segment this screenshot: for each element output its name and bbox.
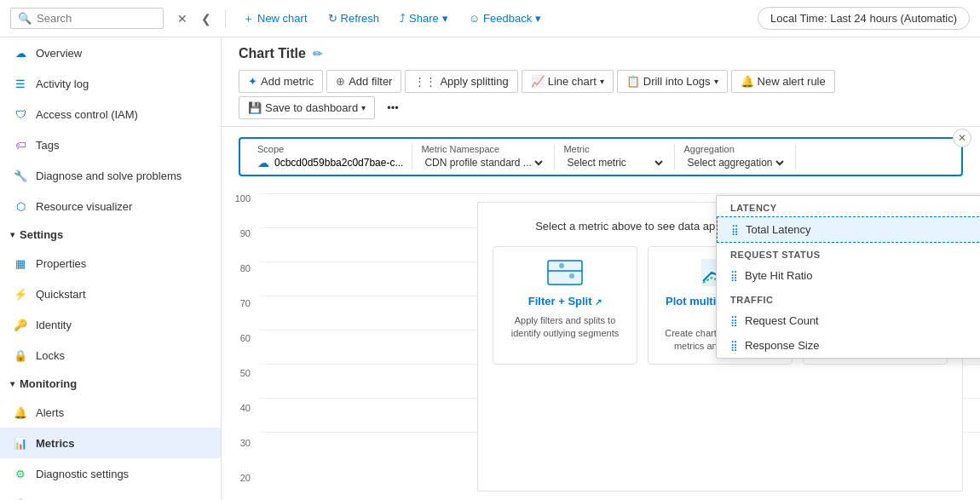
- sidebar-item-access-control[interactable]: 🛡 Access control (IAM): [0, 99, 221, 129]
- sidebar-item-metrics[interactable]: 📊 Metrics: [0, 428, 221, 458]
- y-axis-label: 100: [222, 193, 256, 204]
- aggregation-select[interactable]: Select aggregation: [683, 156, 787, 170]
- dropdown-section-header: REQUEST STATUS: [717, 243, 980, 263]
- svg-point-4: [559, 263, 564, 268]
- add-filter-button[interactable]: ⊕ Add filter: [326, 70, 401, 93]
- line-chart-chevron-icon: ▾: [600, 77, 604, 86]
- add-metric-button[interactable]: ✦ Add metric: [239, 70, 323, 93]
- svg-point-5: [569, 273, 574, 279]
- sidebar-section-settings-header[interactable]: ▾ Settings: [0, 221, 221, 248]
- sidebar-item-label: Access control (IAM): [36, 108, 138, 121]
- dropdown-metric-item[interactable]: ⣿ Request Count: [717, 308, 980, 333]
- sidebar-item-overview[interactable]: ☁ Overview: [0, 37, 221, 68]
- drill-into-logs-button[interactable]: 📋 Drill into Logs ▾: [617, 70, 728, 93]
- more-button[interactable]: •••: [378, 97, 407, 118]
- sidebar-section-monitoring-header[interactable]: ▾ Monitoring: [0, 371, 221, 397]
- info-card-link[interactable]: Filter + Split: [528, 295, 592, 307]
- chart-title: Chart Title: [239, 46, 306, 61]
- sidebar-item-diagnose[interactable]: 🔧 Diagnose and solve problems: [0, 160, 221, 191]
- sidebar-item-diagnostic[interactable]: ⚙ Diagnostic settings: [0, 458, 221, 489]
- scope-cell: Scope ☁ 0cbcd0d59bba2c0d7bae-c...: [249, 144, 412, 170]
- sidebar-item-logs[interactable]: 📋 Logs: [0, 489, 221, 500]
- shield-icon: 🛡: [14, 107, 27, 121]
- metric-item-icon: ⣿: [730, 340, 738, 352]
- sidebar-item-label: Activity log: [36, 78, 89, 90]
- divider: [225, 10, 226, 27]
- sidebar-item-label: Quickstart: [36, 288, 86, 301]
- drill-icon: 📋: [626, 75, 640, 88]
- y-axis-label: 20: [222, 473, 256, 483]
- section-chevron-icon: ▾: [10, 379, 14, 388]
- dropdown-metric-item[interactable]: ⣿ Byte Hit Ratio: [717, 263, 980, 288]
- content-area: Chart Title ✏ ✦ Add metric ⊕ Add filter …: [222, 37, 980, 500]
- metric-row: Scope ☁ 0cbcd0d59bba2c0d7bae-c... Metric…: [239, 137, 963, 176]
- search-box[interactable]: 🔍: [10, 8, 164, 29]
- remove-metric-row-button[interactable]: ✕: [953, 129, 971, 147]
- sidebar-item-quickstart[interactable]: ⚡ Quickstart: [0, 279, 221, 309]
- new-chart-button[interactable]: ＋ New chart: [236, 8, 314, 30]
- sidebar-item-alerts[interactable]: 🔔 Alerts: [0, 397, 221, 428]
- lock-icon: 🔒: [14, 348, 27, 362]
- sidebar-item-label: Diagnose and solve problems: [36, 170, 182, 182]
- info-card-filter-split[interactable]: Filter + Split ↗ Apply filters and split…: [493, 246, 637, 365]
- time-range-button[interactable]: Local Time: Last 24 hours (Automatic): [758, 7, 970, 30]
- sidebar-item-label: Locks: [36, 349, 65, 362]
- save-to-dashboard-button[interactable]: 💾 Save to dashboard ▾: [239, 96, 375, 119]
- close-search-icon[interactable]: ✕: [174, 9, 191, 29]
- refresh-button[interactable]: ↻ Refresh: [321, 9, 387, 28]
- aggregation-cell: Aggregation Select aggregation: [675, 144, 796, 170]
- info-card-desc: Apply filters and splits to identify out…: [507, 314, 623, 341]
- dropdown-metric-item[interactable]: ⣿ Total Latency: [717, 216, 980, 243]
- chart-title-bar: Chart Title ✏: [222, 37, 980, 66]
- new-alert-rule-button[interactable]: 🔔 New alert rule: [731, 70, 835, 93]
- namespace-select[interactable]: CDN profile standard ...: [421, 156, 545, 170]
- sidebar-item-identity[interactable]: 🔑 Identity: [0, 309, 221, 340]
- sidebar-item-label: Metrics: [36, 437, 75, 450]
- metric-select[interactable]: Select metric: [563, 156, 666, 170]
- y-axis-label: 90: [222, 228, 256, 239]
- collapse-sidebar-icon[interactable]: ❮: [198, 9, 215, 29]
- y-axis-label: 40: [222, 403, 256, 413]
- top-bar: 🔍 ✕ ❮ ＋ New chart ↻ Refresh ⤴ Share ▾ ☺ …: [0, 0, 980, 37]
- sidebar-item-properties[interactable]: ▦ Properties: [0, 248, 221, 279]
- metric-item-label: Byte Hit Ratio: [745, 269, 812, 282]
- main-layout: ☁ Overview☰ Activity log🛡 Access control…: [0, 37, 980, 500]
- feedback-button[interactable]: ☺ Feedback ▾: [462, 9, 548, 28]
- dropdown-metric-item[interactable]: ⣿ Response Size: [717, 333, 980, 358]
- sidebar-item-locks[interactable]: 🔒 Locks: [0, 340, 221, 371]
- metric-item-icon: ⣿: [731, 224, 739, 236]
- sidebar-item-activity-log[interactable]: ☰ Activity log: [0, 68, 221, 99]
- apply-splitting-button[interactable]: ⋮⋮ Apply splitting: [405, 70, 517, 93]
- sidebar-item-resource-visualizer[interactable]: ⬡ Resource visualizer: [0, 191, 221, 221]
- y-axis-labels: 1009080706050403020: [222, 193, 256, 483]
- tag-icon: 🏷: [14, 138, 27, 152]
- sidebar-item-label: Diagnostic settings: [36, 468, 129, 480]
- y-axis-label: 60: [222, 333, 256, 343]
- sidebar-item-label: Tags: [36, 139, 59, 152]
- sidebar-item-label: Properties: [36, 257, 86, 270]
- split-icon: ⋮⋮: [414, 75, 436, 88]
- section-chevron-icon: ▾: [10, 230, 14, 239]
- alert-icon: 🔔: [741, 75, 754, 88]
- bars-icon: ▦: [14, 256, 27, 270]
- refresh-icon: ↻: [328, 12, 337, 25]
- gear-icon: ⚙: [14, 467, 27, 480]
- line-chart-button[interactable]: 📈 Line chart ▾: [522, 70, 614, 93]
- metric-item-label: Request Count: [745, 314, 819, 327]
- metric-item-label: Response Size: [745, 339, 819, 352]
- save-chevron-icon: ▾: [361, 103, 366, 112]
- edit-title-icon[interactable]: ✏: [313, 47, 323, 60]
- sidebar-item-label: Resource visualizer: [36, 200, 132, 213]
- sidebar-item-label: Overview: [36, 47, 82, 60]
- dropdown-section-header: TRAFFIC: [717, 288, 980, 308]
- sidebar-item-label: Identity: [36, 319, 72, 331]
- share-button[interactable]: ⤴ Share ▾: [393, 9, 455, 28]
- search-input[interactable]: [37, 12, 156, 25]
- key-icon: 🔑: [14, 318, 27, 331]
- y-axis-label: 50: [222, 368, 256, 378]
- plus-icon: ＋: [243, 11, 254, 26]
- y-axis-label: 30: [222, 438, 256, 448]
- sidebar-item-tags[interactable]: 🏷 Tags: [0, 129, 221, 160]
- y-axis-label: 70: [222, 298, 256, 308]
- drill-chevron-icon: ▾: [714, 77, 718, 86]
